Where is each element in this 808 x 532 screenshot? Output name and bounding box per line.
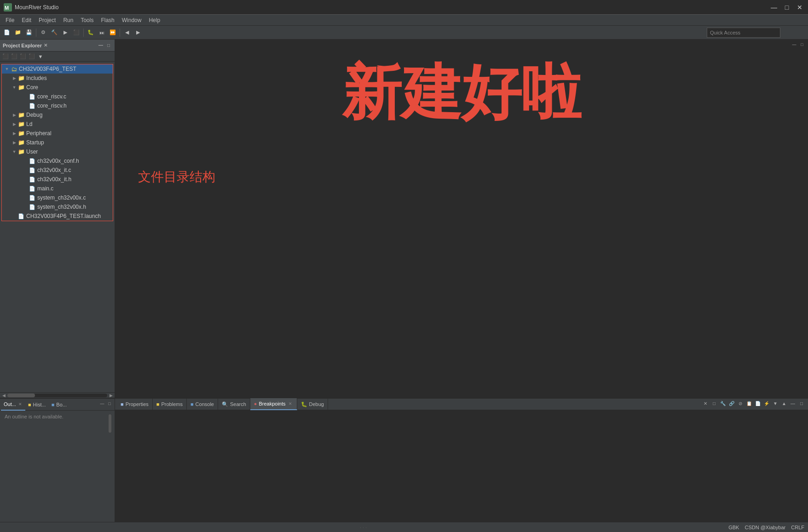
- outline-minimize-btn[interactable]: —: [99, 400, 105, 407]
- bottom-minimize-btn[interactable]: —: [789, 400, 796, 407]
- bottom-btn-2[interactable]: □: [710, 400, 718, 407]
- tree-item-main-c[interactable]: 📄 main.c: [2, 184, 113, 193]
- tree-item-it-c[interactable]: 📄 ch32v00x_it.c: [2, 166, 113, 175]
- maximize-button[interactable]: □: [782, 3, 791, 12]
- editor-main: — □ 新建好啦 文件目录结构: [115, 40, 808, 398]
- tree-item-includes[interactable]: ▶ 📁 Includes: [2, 74, 113, 83]
- outline-tab-hist-label: Hist...: [33, 402, 46, 407]
- tree-item-debug[interactable]: ▶ 📁 Debug: [2, 110, 113, 120]
- outline-no-content: An outline is not available.: [3, 411, 65, 422]
- toolbar-new[interactable]: 📄: [2, 28, 12, 38]
- tree-item-core[interactable]: ▼ 📁 Core: [2, 83, 113, 92]
- outline-scrollbar[interactable]: [108, 413, 112, 434]
- toolbar-btn-2[interactable]: ⚙: [38, 28, 48, 38]
- tree-item-root[interactable]: ▼ 🗂 CH32V003F4P6_TEST: [2, 64, 113, 74]
- toolbar-btn-3[interactable]: 🔨: [49, 28, 59, 38]
- menu-tools[interactable]: Tools: [77, 15, 97, 26]
- tree-item-ld[interactable]: ▶ 📁 Ld: [2, 120, 113, 129]
- tree-item-user[interactable]: ▼ 📁 User: [2, 147, 113, 156]
- toolbar-save[interactable]: 💾: [24, 28, 34, 38]
- menu-help[interactable]: Help: [145, 15, 164, 26]
- toolbar-btn-6[interactable]: 🐛: [86, 28, 96, 38]
- expand-root[interactable]: ▼: [4, 66, 10, 72]
- outline-scrollthumb[interactable]: [109, 414, 111, 433]
- project-explorer-close-icon[interactable]: ✕: [44, 43, 47, 48]
- menu-flash[interactable]: Flash: [97, 15, 118, 26]
- outline-maximize-btn[interactable]: □: [106, 400, 113, 407]
- bottom-tab-breakpoints[interactable]: ● Breakpoints ✕: [250, 398, 297, 410]
- folder-icon-debug: 📁: [17, 111, 25, 119]
- toolbar-forward[interactable]: ▶: [133, 28, 143, 38]
- bottom-tab-debug[interactable]: 🐛 Debug: [297, 398, 328, 410]
- toolbar-open[interactable]: 📁: [13, 28, 23, 38]
- expand-debug[interactable]: ▶: [11, 112, 17, 118]
- bottom-maximize-btn[interactable]: □: [798, 400, 805, 407]
- bottom-tab-console[interactable]: ■ Console: [187, 398, 218, 410]
- breakpoints-tab-close[interactable]: ✕: [288, 401, 293, 406]
- tree-btn-2[interactable]: ⬛: [10, 52, 18, 61]
- menu-project[interactable]: Project: [35, 15, 59, 26]
- tree-item-conf-h[interactable]: 📄 ch32v00x_conf.h: [2, 156, 113, 166]
- tree-item-core-riscv-h[interactable]: 📄 core_riscv.h: [2, 101, 113, 110]
- bottom-btn-1[interactable]: ✕: [702, 400, 709, 407]
- editor-maximize-btn[interactable]: □: [799, 41, 805, 48]
- debug-tab-label: Debug: [309, 401, 324, 407]
- minimize-button[interactable]: —: [769, 3, 779, 12]
- tree-item-core-riscv-c[interactable]: 📄 core_riscv.c: [2, 92, 113, 101]
- outline-tab-bo[interactable]: ■ Bo...: [49, 399, 69, 411]
- tree-item-sys-h[interactable]: 📄 system_ch32v00x.h: [2, 202, 113, 212]
- expand-includes[interactable]: ▶: [11, 75, 17, 81]
- bottom-btn-4[interactable]: 🔗: [728, 400, 735, 407]
- toolbar-btn-7[interactable]: ⏭: [97, 28, 107, 38]
- panel-maximize-btn[interactable]: □: [105, 42, 112, 49]
- bottom-tab-properties[interactable]: ■ Properties: [117, 398, 153, 410]
- middle-section: Project Explorer ✕ — □ ⬛ ⬛ ⬛ ⬛ ▼: [0, 40, 808, 522]
- search-tab-icon: 🔍: [222, 401, 228, 407]
- panel-minimize-btn[interactable]: —: [98, 42, 104, 49]
- menu-file[interactable]: File: [2, 15, 18, 26]
- expand-ld[interactable]: ▶: [11, 121, 17, 127]
- bottom-tab-search[interactable]: 🔍 Search: [218, 398, 250, 410]
- bottom-btn-6[interactable]: 📋: [745, 400, 753, 407]
- expand-peripheral[interactable]: ▶: [11, 130, 17, 137]
- expand-core[interactable]: ▼: [11, 84, 17, 91]
- bottom-btn-5[interactable]: ⊘: [737, 400, 744, 407]
- hscroll-track[interactable]: [7, 394, 107, 397]
- tree-item-sys-c[interactable]: 📄 system_ch32v00x.c: [2, 193, 113, 202]
- toolbar-back[interactable]: ◀: [122, 28, 132, 38]
- hscroll-right-btn[interactable]: ▶: [107, 393, 115, 398]
- toolbar-btn-8[interactable]: ⏩: [108, 28, 118, 38]
- editor-minimize-btn[interactable]: —: [791, 41, 797, 48]
- hscroll-left-btn[interactable]: ◀: [0, 393, 7, 398]
- tree-btn-5[interactable]: ▼: [36, 52, 45, 61]
- menu-window[interactable]: Window: [118, 15, 145, 26]
- toolbar-btn-4[interactable]: ▶: [60, 28, 70, 38]
- tree-btn-1[interactable]: ⬛: [1, 52, 10, 61]
- menu-edit[interactable]: Edit: [18, 15, 35, 26]
- bottom-btn-10[interactable]: ▲: [780, 400, 788, 407]
- bottom-btn-7[interactable]: 📄: [754, 400, 762, 407]
- quick-access-box[interactable]: Quick Access: [707, 28, 780, 38]
- outline-tab-out-close[interactable]: ✕: [18, 402, 23, 406]
- tree-label-it-c: ch32v00x_it.c: [37, 167, 71, 173]
- toolbar-btn-5[interactable]: ⬛: [71, 28, 81, 38]
- menu-run[interactable]: Run: [59, 15, 77, 26]
- tree-item-startup[interactable]: ▶ 📁 Startup: [2, 138, 113, 147]
- outline-tab-out[interactable]: Out... ✕: [1, 399, 25, 411]
- file-icon-main: 📄: [29, 185, 36, 192]
- tree-item-launch[interactable]: 📄 CH32V003F4P6_TEST.launch: [2, 212, 113, 221]
- expand-user[interactable]: ▼: [11, 149, 17, 155]
- expand-startup[interactable]: ▶: [11, 139, 17, 146]
- tree-btn-3[interactable]: ⬛: [19, 52, 27, 61]
- close-button[interactable]: ✕: [795, 3, 804, 12]
- tree-btn-4[interactable]: ⬛: [28, 52, 36, 61]
- tree-label-user: User: [26, 149, 38, 155]
- hscroll-thumb[interactable]: [7, 394, 35, 397]
- outline-tab-hist[interactable]: ■ Hist...: [25, 399, 49, 411]
- bottom-btn-3[interactable]: 🔧: [719, 400, 727, 407]
- bottom-btn-8[interactable]: ⚡: [763, 400, 770, 407]
- tree-item-it-h[interactable]: 📄 ch32v00x_it.h: [2, 175, 113, 184]
- bottom-btn-9[interactable]: ▼: [772, 400, 779, 407]
- bottom-tab-problems[interactable]: ■ Problems: [153, 398, 187, 410]
- tree-item-peripheral[interactable]: ▶ 📁 Peripheral: [2, 129, 113, 138]
